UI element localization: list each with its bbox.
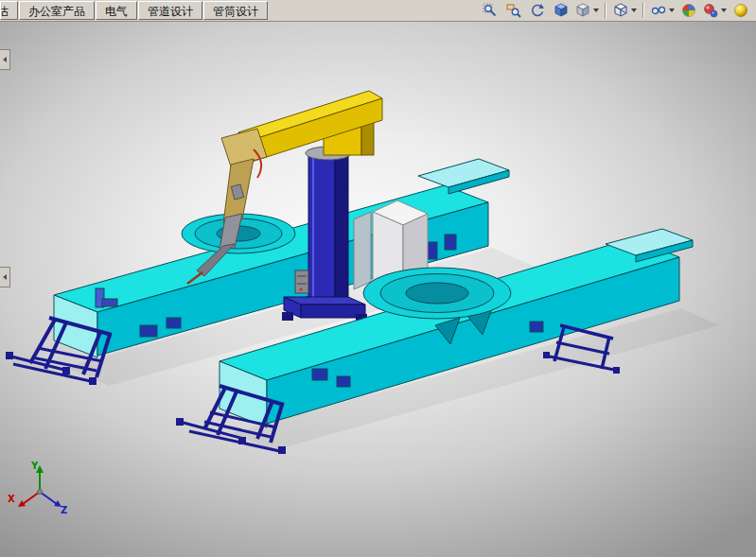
dropdown-caret (593, 9, 599, 12)
command-bar: 估 办公室产品 电气 管道设计 管筒设计 (0, 0, 756, 22)
zoom-to-area-button[interactable] (502, 1, 524, 21)
collapse-arrow-icon (3, 57, 7, 62)
dropdown-caret (669, 9, 675, 12)
toolbar-separator (605, 3, 607, 18)
display-style-icon (613, 3, 628, 18)
tab-piping-design[interactable]: 管道设计 (138, 1, 202, 20)
section-view-icon (554, 3, 569, 18)
view-toolbar (479, 0, 756, 21)
collapse-arrow-icon (3, 274, 7, 280)
apply-scene-button[interactable] (730, 1, 751, 21)
toolbar-separator (642, 3, 644, 18)
zoom-to-fit-icon (483, 3, 498, 18)
tab-tubing-design[interactable]: 管筒设计 (203, 1, 268, 20)
tab-evaluate-partial[interactable]: 估 (0, 1, 18, 20)
tab-office-products[interactable]: 办公室产品 (19, 1, 95, 20)
triad-y-label: Y (30, 461, 39, 471)
apply-scene-icon (733, 3, 748, 18)
hide-show-items-button[interactable] (649, 1, 676, 21)
view-orientation-button[interactable] (573, 1, 600, 21)
previous-view-button[interactable] (526, 1, 548, 21)
orientation-triad: Y X Z (8, 461, 67, 515)
view-orientation-icon (575, 3, 590, 18)
zoom-to-area-icon (506, 3, 521, 18)
section-view-button[interactable] (550, 1, 571, 21)
realview-sphere-icon (681, 3, 696, 18)
triad-x-label: X (8, 494, 15, 504)
left-panel-expander-top[interactable] (0, 49, 10, 70)
graphics-viewport[interactable]: Y X Z (0, 21, 756, 557)
dropdown-caret (631, 9, 637, 12)
zoom-to-fit-button[interactable] (479, 1, 501, 21)
tab-electrical[interactable]: 电气 (96, 1, 137, 20)
model-scene: Y X Z (0, 21, 756, 557)
edit-appearance-button[interactable] (701, 1, 728, 21)
dropdown-caret (721, 9, 727, 12)
hide-show-items-icon (651, 3, 666, 18)
triad-z-label: Z (61, 505, 67, 515)
display-style-button[interactable] (611, 1, 638, 21)
left-panel-expander-bottom[interactable] (0, 267, 10, 287)
previous-view-icon (530, 3, 545, 18)
realview-button[interactable] (677, 1, 699, 21)
edit-appearance-icon (703, 3, 718, 18)
